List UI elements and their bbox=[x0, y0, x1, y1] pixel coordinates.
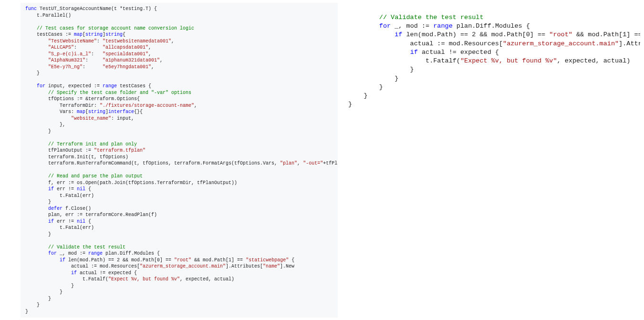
page: func TestUT_StorageAccountName(t *testin… bbox=[0, 0, 644, 320]
code-right: // Validate the test result for _, mod :… bbox=[348, 13, 635, 109]
code-block-left: func TestUT_StorageAccountName(t *testin… bbox=[21, 3, 338, 318]
code-block-right: // Validate the test result for _, mod :… bbox=[343, 10, 640, 108]
code-left: func TestUT_StorageAccountName(t *testin… bbox=[25, 6, 333, 315]
code-right-wrap: // Validate the test result for _, mod :… bbox=[343, 10, 640, 112]
